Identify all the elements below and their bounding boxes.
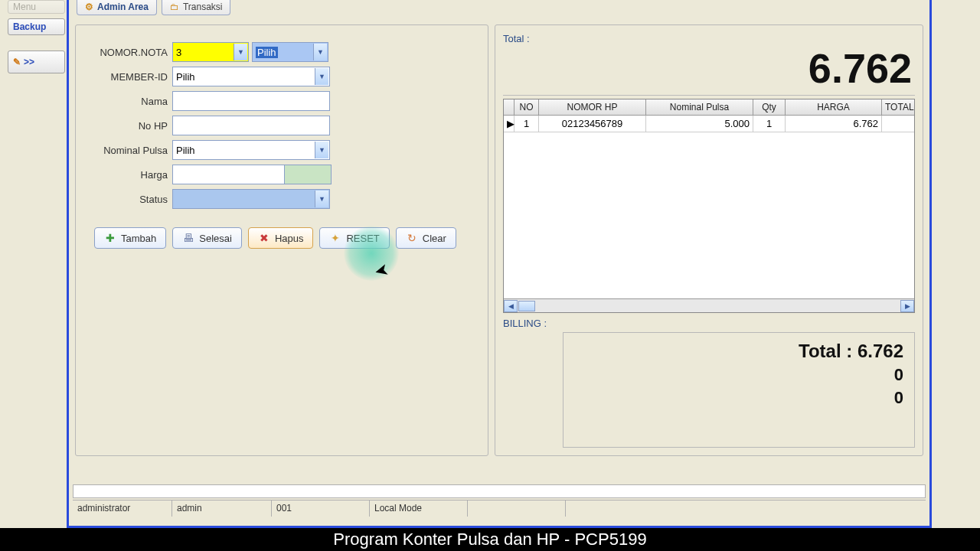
tambah-button[interactable]: ✚ Tambah xyxy=(94,227,166,249)
clear-button[interactable]: ↻ Clear xyxy=(396,227,456,249)
status-bar: administrator admin 001 Local Mode xyxy=(73,500,926,517)
billing-line-1: 0 xyxy=(894,365,903,385)
chevron-down-icon[interactable]: ▼ xyxy=(315,142,328,158)
col-total[interactable]: TOTAL xyxy=(882,99,914,115)
member-id-label: MEMBER-ID xyxy=(83,71,168,83)
expand-button[interactable]: ✎ >> xyxy=(8,51,65,73)
nominal-select[interactable]: Pilih ▼ xyxy=(172,140,330,160)
billing-line-2: 0 xyxy=(894,388,903,408)
total-amount: 6.762 xyxy=(503,47,915,96)
nominal-label: Nominal Pulsa xyxy=(83,145,168,156)
billing-total: Total : 6.762 xyxy=(799,341,903,362)
nomor-nota-label: NOMOR.NOTA xyxy=(83,47,168,58)
horizontal-scrollbar[interactable]: ◀ ▶ xyxy=(504,298,914,312)
footer-input[interactable] xyxy=(73,484,926,498)
status-user: administrator xyxy=(73,500,172,517)
form-panel: NOMOR.NOTA 3 ▼ Pilih ▼ MEMBER-ID Pilih ▼ xyxy=(75,24,488,456)
table-row[interactable]: ▶ 1 02123456789 5.000 1 6.762 xyxy=(504,116,914,132)
chevron-down-icon[interactable]: ▼ xyxy=(315,68,328,85)
status-label: Status xyxy=(83,194,168,205)
refresh-icon: ↻ xyxy=(406,232,418,244)
nohp-label: No HP xyxy=(83,120,168,132)
col-nominal[interactable]: Nominal Pulsa xyxy=(646,99,753,115)
col-hp[interactable]: NOMOR HP xyxy=(539,99,646,115)
member-id-select[interactable]: Pilih ▼ xyxy=(172,67,330,86)
hapus-button[interactable]: ✖ Hapus xyxy=(248,227,314,249)
tab-admin-area[interactable]: ⚙ Admin Area xyxy=(77,0,157,15)
billing-label: BILLING : xyxy=(503,318,915,329)
menu-button[interactable]: Menu xyxy=(8,0,65,14)
chevron-down-icon[interactable]: ▼ xyxy=(313,44,327,60)
col-no[interactable]: NO xyxy=(514,99,539,115)
harga-label: Harga xyxy=(83,169,168,181)
selesai-button[interactable]: 🖶 Selesai xyxy=(172,227,242,249)
col-qty[interactable]: Qty xyxy=(753,99,786,115)
folder-icon: 🗀 xyxy=(170,2,179,12)
status-code: 001 xyxy=(272,500,370,517)
billing-box: Total : 6.762 0 0 xyxy=(563,332,915,448)
status-mode: Local Mode xyxy=(370,500,468,517)
nama-input[interactable] xyxy=(172,91,330,111)
nomor-nota-input[interactable]: 3 ▼ xyxy=(172,42,249,62)
main-window: ⚙ Admin Area 🗀 Transaksi NOMOR.NOTA 3 ▼ … xyxy=(67,0,932,528)
col-harga[interactable]: HARGA xyxy=(786,99,882,115)
status-select[interactable]: ▼ xyxy=(172,189,330,209)
items-grid[interactable]: NO NOMOR HP Nominal Pulsa Qty HARGA TOTA… xyxy=(503,99,915,313)
reset-button[interactable]: ✦ RESET xyxy=(319,227,389,249)
total-label: Total : xyxy=(503,33,915,44)
cursor-icon: ➤ xyxy=(372,259,390,282)
harga-input[interactable] xyxy=(172,165,284,184)
harga-display xyxy=(284,165,332,184)
nohp-input[interactable] xyxy=(172,116,330,135)
delete-icon: ✖ xyxy=(258,232,270,244)
scroll-right-icon[interactable]: ▶ xyxy=(900,300,914,312)
tab-transaksi[interactable]: 🗀 Transaksi xyxy=(162,0,231,15)
chevron-down-icon[interactable]: ▼ xyxy=(234,44,247,60)
scroll-left-icon[interactable]: ◀ xyxy=(504,300,518,312)
status-role: admin xyxy=(172,500,272,517)
backup-button[interactable]: Backup xyxy=(8,18,65,35)
brush-icon: ✎ xyxy=(13,57,21,67)
chevron-down-icon[interactable]: ▼ xyxy=(315,191,328,207)
scroll-thumb[interactable] xyxy=(518,301,535,311)
bottom-caption: Program Konter Pulsa dan HP - PCP5199 xyxy=(0,528,980,551)
printer-icon: 🖶 xyxy=(182,232,194,244)
gear-icon: ⚙ xyxy=(85,2,93,12)
nama-label: Nama xyxy=(83,96,168,107)
plus-icon: ✚ xyxy=(104,232,116,244)
reset-icon: ✦ xyxy=(329,232,341,244)
summary-panel: Total : 6.762 NO NOMOR HP Nominal Pulsa … xyxy=(495,24,923,456)
nota-pilih-select[interactable]: Pilih ▼ xyxy=(252,42,328,62)
